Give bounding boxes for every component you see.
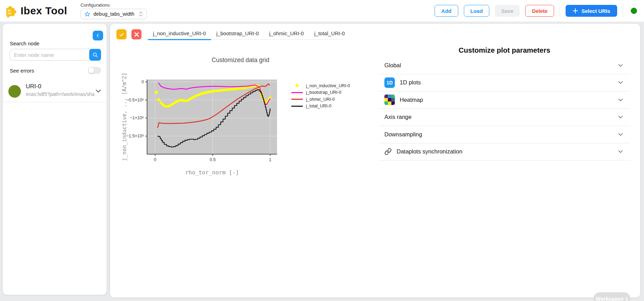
chevron-down-icon xyxy=(618,133,623,136)
see-errors-label: See errors xyxy=(10,68,34,74)
legend-label: j_total_URI-0 xyxy=(306,104,331,108)
save-button[interactable]: Save xyxy=(495,5,520,17)
star-icon xyxy=(84,11,90,17)
svg-text:0: 0 xyxy=(154,157,156,162)
configuration-value: debug_tabs_width xyxy=(93,11,136,17)
chevron-down-icon xyxy=(618,64,623,67)
confirm-button[interactable] xyxy=(116,29,127,39)
uri-name: URI-0 xyxy=(26,83,41,90)
imas-puzzle-logo-icon: IM AS xyxy=(5,4,18,17)
search-button[interactable] xyxy=(89,49,101,61)
header-divider xyxy=(560,5,560,17)
chart-title: Customized data grid xyxy=(121,57,360,64)
legend-dot-marker xyxy=(296,84,299,87)
plot-tabs: j_non_inductive_URI-0 j_bootstrap_URI-0 … xyxy=(148,27,350,40)
collapse-sidebar-button[interactable] xyxy=(93,31,103,40)
chevron-down-icon xyxy=(618,98,623,101)
section-label: Axis range xyxy=(384,114,412,120)
tab-j-bootstrap-uri-0[interactable]: j_bootstrap_URI-0 xyxy=(211,27,264,40)
tab-j-total-uri-0[interactable]: j_total_URI-0 xyxy=(309,27,350,40)
svg-text:−1×10⁶: −1×10⁶ xyxy=(130,115,144,120)
svg-text:rho_tor_norm [-]: rho_tor_norm [-] xyxy=(185,169,239,176)
svg-text:0.5: 0.5 xyxy=(210,157,216,162)
legend-label: j_bootstrap_URI-0 xyxy=(306,90,341,95)
status-indicator-dot xyxy=(631,8,637,14)
chevron-down-icon xyxy=(618,81,623,84)
chevron-down-icon xyxy=(618,115,623,119)
link-icon xyxy=(384,148,392,155)
heatmap-icon xyxy=(384,95,395,105)
legend-line-marker xyxy=(291,92,303,93)
app-title: Ibex Tool xyxy=(21,5,67,17)
section-global[interactable]: Global xyxy=(379,57,630,74)
svg-text:1: 1 xyxy=(269,157,271,162)
legend-label: j_non_inductive_URI-0 xyxy=(306,83,350,88)
section-axis-range[interactable]: Axis range xyxy=(379,109,630,126)
svg-text:j_non_inductive, ... [A/m^2]: j_non_inductive, ... [A/m^2] xyxy=(121,73,128,161)
select-uris-button[interactable]: Select URIs xyxy=(566,5,617,17)
svg-text:−1.5×10⁶: −1.5×10⁶ xyxy=(126,134,144,138)
section-heatmap[interactable]: Heatmap xyxy=(379,91,630,109)
legend-item-j-bootstrap[interactable]: j_bootstrap_URI-0 xyxy=(291,89,350,96)
section-label: Global xyxy=(384,62,401,69)
uri-path: imas:hdf5?path=/work/imas/shared xyxy=(26,91,95,97)
svg-text:AS: AS xyxy=(8,12,12,15)
chevron-down-icon[interactable] xyxy=(95,89,101,93)
section-dataplots-synchronization[interactable]: Dataplots synchronization xyxy=(379,143,630,161)
search-node-input[interactable] xyxy=(10,49,101,61)
check-icon xyxy=(119,32,124,37)
header-divider-2 xyxy=(623,5,623,17)
plus-icon xyxy=(573,8,578,14)
search-icon xyxy=(92,52,98,58)
section-label: Downsampling xyxy=(384,131,422,138)
configuration-select[interactable]: debug_tabs_width xyxy=(80,9,147,19)
legend-line-marker xyxy=(291,99,303,100)
plot-canvas[interactable]: 00.510−0.5×10⁶−1×10⁶−1.5×10⁶j_non_induct… xyxy=(121,56,371,181)
workspace-badge[interactable]: Workspace 1 xyxy=(593,292,630,301)
node-sidebar: Search node See errors URI-0 imas:hdf5?p… xyxy=(3,24,107,295)
section-downsampling[interactable]: Downsampling xyxy=(379,126,630,143)
configurations-label: Configurations xyxy=(80,2,147,8)
section-label: Heatmap xyxy=(400,97,423,103)
search-node-label: Search node xyxy=(10,40,39,46)
top-bar: IM AS Ibex Tool Configurations debug_tab… xyxy=(0,0,644,22)
legend-item-j-ohmic[interactable]: j_ohmic_URI-0 xyxy=(291,96,350,103)
customize-plot-parameters-title: Customize plot parameters xyxy=(379,46,630,54)
toggle-knob xyxy=(89,68,94,73)
svg-text:0: 0 xyxy=(141,80,144,84)
legend-label: j_ohmic_URI-0 xyxy=(306,97,335,102)
see-errors-toggle[interactable] xyxy=(88,67,101,74)
chart-legend: j_non_inductive_URI-0 j_bootstrap_URI-0 … xyxy=(291,82,350,110)
spinner-arrows-icon xyxy=(139,11,143,17)
select-uris-label: Select URIs xyxy=(581,8,610,14)
tab-j-ohmic-uri-0[interactable]: j_ohmic_URI-0 xyxy=(264,27,309,40)
add-button[interactable]: Add xyxy=(435,5,458,17)
main-panel: j_non_inductive_URI-0 j_bootstrap_URI-0 … xyxy=(110,24,640,298)
parameter-sections: Global 1D 1D plots Heatmap Axis r xyxy=(379,57,630,160)
uri-avatar xyxy=(8,85,21,98)
close-x-icon xyxy=(134,32,139,37)
legend-item-j-total[interactable]: j_total_URI-0 xyxy=(291,103,350,110)
svg-text:−0.5×10⁶: −0.5×10⁶ xyxy=(126,98,144,103)
load-button[interactable]: Load xyxy=(464,5,490,17)
uri-list-item[interactable]: URI-0 imas:hdf5?path=/work/imas/shared xyxy=(7,82,104,102)
1d-plots-icon: 1D xyxy=(384,77,395,88)
chevron-down-icon xyxy=(618,150,623,153)
delete-button[interactable]: Delete xyxy=(525,5,554,17)
legend-item-j-non-inductive[interactable]: j_non_inductive_URI-0 xyxy=(291,82,350,89)
legend-line-marker xyxy=(291,106,303,107)
sidebar-divider xyxy=(3,102,107,102)
chevron-left-icon xyxy=(95,33,100,38)
tab-j-non-inductive-uri-0[interactable]: j_non_inductive_URI-0 xyxy=(148,27,211,40)
section-label: Dataplots synchronization xyxy=(397,148,462,155)
section-1d-plots[interactable]: 1D 1D plots xyxy=(379,74,630,92)
close-button[interactable] xyxy=(131,29,141,39)
section-label: 1D plots xyxy=(400,79,421,86)
logo-group: IM AS Ibex Tool xyxy=(5,4,67,17)
